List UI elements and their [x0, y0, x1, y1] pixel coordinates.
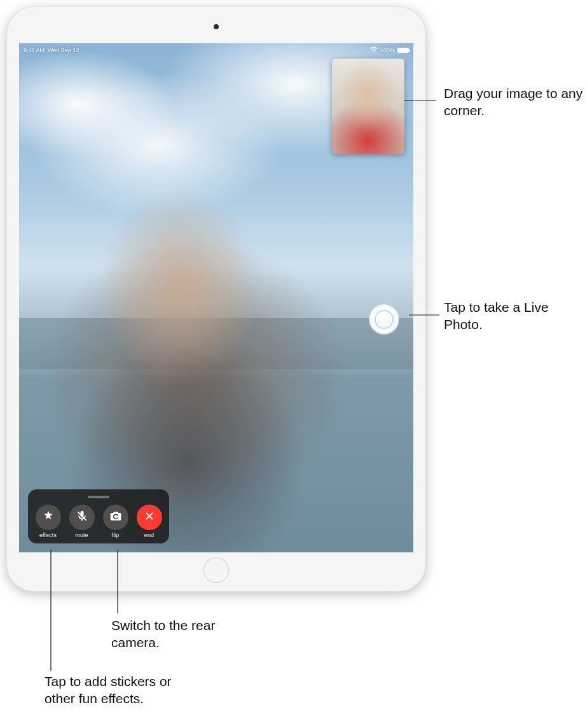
status-battery-pct: 100%	[380, 47, 395, 53]
home-button[interactable]	[203, 557, 229, 583]
self-view-pip[interactable]	[332, 59, 404, 154]
ipad-device-frame: 9:41 AM Wed Sep 12 100%	[6, 6, 426, 592]
live-photo-capture-button[interactable]	[370, 305, 398, 333]
leader-line	[45, 550, 57, 676]
status-bar: 9:41 AM Wed Sep 12 100%	[19, 43, 413, 55]
end-control: end	[135, 505, 163, 538]
screen: 9:41 AM Wed Sep 12 100%	[19, 43, 413, 552]
mute-control: mute	[68, 505, 95, 538]
status-time: 9:41 AM	[24, 47, 45, 53]
call-controls-panel[interactable]: effects mute fli	[28, 489, 169, 543]
mute-button[interactable]	[69, 505, 95, 530]
effects-label: effects	[39, 532, 57, 538]
flip-camera-button[interactable]	[103, 505, 128, 530]
leader-line	[409, 305, 446, 325]
flip-label: flip	[112, 532, 120, 538]
battery-icon	[397, 48, 409, 53]
end-call-button[interactable]	[137, 505, 162, 530]
callout-capture: Tap to take a Live Photo.	[444, 299, 584, 333]
front-camera-dot	[214, 24, 219, 29]
effects-button[interactable]	[36, 505, 61, 530]
star-icon	[42, 510, 55, 525]
wifi-icon	[370, 47, 378, 53]
end-label: end	[144, 532, 154, 538]
mic-off-icon	[76, 510, 88, 525]
close-icon	[144, 510, 155, 524]
effects-control: effects	[34, 505, 62, 538]
flip-control: flip	[102, 505, 129, 538]
mute-label: mute	[75, 532, 88, 538]
callout-flip: Switch to the rear camera.	[111, 617, 238, 652]
callout-pip: Drag your image to any corner.	[444, 85, 584, 120]
callout-effects: Tap to add stickers or other fun effects…	[45, 673, 197, 708]
status-date: Wed Sep 12	[48, 47, 79, 53]
leader-line	[111, 550, 124, 626]
camera-flip-icon	[109, 510, 122, 525]
panel-drag-handle[interactable]	[88, 496, 109, 498]
